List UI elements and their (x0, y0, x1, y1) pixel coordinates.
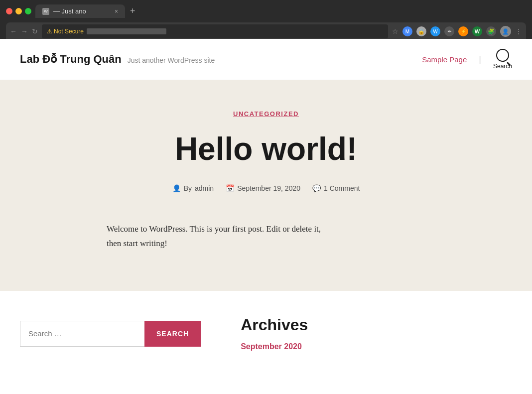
footer-search-input[interactable] (20, 321, 144, 347)
profile-icon[interactable]: 👤 (500, 26, 511, 37)
comments-meta: 💬 1 Comment (312, 184, 360, 192)
extension-icon-4[interactable]: ✒ (444, 26, 454, 36)
tab-favicon: W (42, 8, 49, 15)
content-text-2: then start writing! (107, 239, 167, 248)
more-options-button[interactable]: ⋮ (515, 27, 522, 35)
author-meta: 👤 By admin (172, 184, 214, 192)
footer-search-button[interactable]: SEARCH (144, 321, 201, 347)
site-description: Just another WordPress site (128, 56, 215, 64)
author-name[interactable]: admin (195, 184, 214, 192)
traffic-lights (6, 8, 31, 14)
archive-september-2020[interactable]: September 2020 (241, 342, 512, 351)
extension-icon-1[interactable]: M (402, 26, 412, 36)
not-secure-indicator: ⚠ Not Secure (47, 28, 84, 35)
post-meta: 👤 By admin 📅 September 19, 2020 💬 1 Comm… (20, 184, 512, 192)
url-input[interactable]: ⚠ Not Secure (42, 24, 388, 38)
tab-bar: W — Just ano × + (35, 4, 526, 18)
extension-icon-7[interactable]: 🧩 (486, 26, 496, 36)
extension-icon-5[interactable]: ⚡ (458, 26, 468, 36)
post-date: September 19, 2020 (237, 184, 300, 192)
calendar-icon: 📅 (226, 184, 234, 192)
minimize-button[interactable] (15, 8, 22, 14)
back-button[interactable]: ← (10, 27, 17, 35)
comment-icon: 💬 (312, 184, 321, 192)
post-title: Hello world! (20, 131, 512, 166)
bookmark-icon[interactable]: ☆ (392, 27, 399, 35)
new-tab-button[interactable]: + (128, 4, 137, 18)
archives-title: Archives (241, 316, 512, 334)
not-secure-label: Not Secure (54, 28, 84, 35)
maximize-button[interactable] (25, 8, 31, 14)
forward-button[interactable]: → (21, 27, 28, 35)
footer-search-widget: SEARCH (20, 316, 201, 351)
close-button[interactable] (6, 8, 12, 14)
nav-buttons: ← → ↻ (10, 27, 38, 35)
extension-icon-6[interactable]: W (472, 26, 482, 36)
search-toggle-button[interactable]: Search (493, 49, 512, 70)
post-content: Welcome to WordPress. This is your first… (107, 222, 425, 251)
browser-chrome: W — Just ano × + ← → ↻ ⚠ Not Secure ☆ M … (0, 0, 532, 39)
date-meta: 📅 September 19, 2020 (226, 184, 300, 192)
nav-sample-page[interactable]: Sample Page (422, 55, 467, 64)
nav-divider: | (479, 54, 481, 65)
hero-section: UNCATEGORIZED Hello world! 👤 By admin 📅 … (0, 80, 532, 291)
category-label[interactable]: UNCATEGORIZED (20, 110, 512, 118)
extension-icon-2[interactable]: 🔒 (416, 26, 426, 36)
footer-area: SEARCH Archives September 2020 (0, 291, 532, 376)
tab-close-button[interactable]: × (115, 8, 118, 15)
warning-icon: ⚠ (47, 28, 52, 35)
author-prefix: By (184, 184, 192, 192)
url-text (87, 28, 166, 34)
archives-widget: Archives September 2020 (241, 316, 512, 351)
refresh-button[interactable]: ↻ (32, 27, 38, 35)
author-icon: 👤 (172, 184, 181, 192)
tab-title: — Just ano (53, 7, 86, 15)
site-nav: Sample Page | Search (422, 49, 512, 70)
site-title: Lab Đỗ Trung Quân (20, 53, 122, 66)
site-header: Lab Đỗ Trung Quân Just another WordPress… (0, 39, 532, 80)
content-text-1: Welcome to WordPress. This is your first… (107, 224, 321, 234)
active-tab[interactable]: W — Just ano × (35, 4, 125, 18)
comments-count[interactable]: 1 Comment (324, 184, 360, 192)
address-bar: ← → ↻ ⚠ Not Secure ☆ M 🔒 W ✒ ⚡ W 🧩 👤 ⋮ (6, 22, 526, 40)
extension-icon-3[interactable]: W (430, 26, 440, 36)
search-icon (496, 49, 509, 62)
site-branding: Lab Đỗ Trung Quân Just another WordPress… (20, 53, 215, 66)
